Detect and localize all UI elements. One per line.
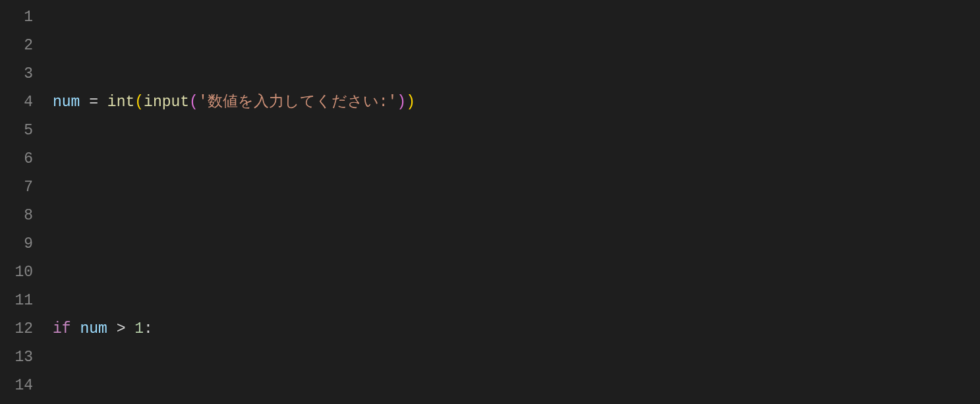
line-number-gutter: 1 2 3 4 5 6 7 8 9 10 11 12 13 14	[0, 0, 53, 404]
line-number: 7	[0, 173, 33, 202]
token-builtin: input	[144, 94, 189, 111]
token-space	[71, 320, 80, 337]
token-paren: (	[134, 94, 144, 111]
code-line[interactable]: if num > 1:	[53, 315, 980, 343]
line-number: 13	[0, 343, 33, 372]
line-number: 4	[0, 88, 33, 117]
line-number: 1	[0, 3, 33, 32]
line-number: 3	[0, 60, 33, 88]
token-variable: num	[53, 94, 80, 111]
token-variable: num	[80, 320, 107, 337]
line-number: 11	[0, 287, 33, 315]
token-paren: (	[189, 94, 198, 111]
token-operator: =	[80, 94, 107, 111]
token-builtin: int	[107, 94, 134, 111]
token-keyword: if	[53, 320, 71, 337]
line-number: 6	[0, 145, 33, 173]
token-number: 1	[134, 320, 144, 337]
line-number: 14	[0, 372, 33, 400]
line-number: 12	[0, 315, 33, 343]
token-punct: :	[144, 320, 153, 337]
code-line[interactable]: num = int(input('数値を入力してください:'))	[53, 88, 980, 117]
token-paren: )	[397, 94, 406, 111]
line-number: 8	[0, 202, 33, 230]
line-number: 10	[0, 258, 33, 287]
line-number: 5	[0, 117, 33, 145]
line-number: 2	[0, 32, 33, 60]
line-number: 9	[0, 230, 33, 258]
code-editor[interactable]: 1 2 3 4 5 6 7 8 9 10 11 12 13 14 num = i…	[0, 0, 980, 404]
token-string: '数値を入力してください:'	[198, 94, 397, 111]
token-operator: >	[107, 320, 134, 337]
code-line[interactable]	[53, 202, 980, 230]
token-paren: )	[406, 94, 415, 111]
code-area[interactable]: num = int(input('数値を入力してください:')) if num …	[53, 0, 980, 404]
